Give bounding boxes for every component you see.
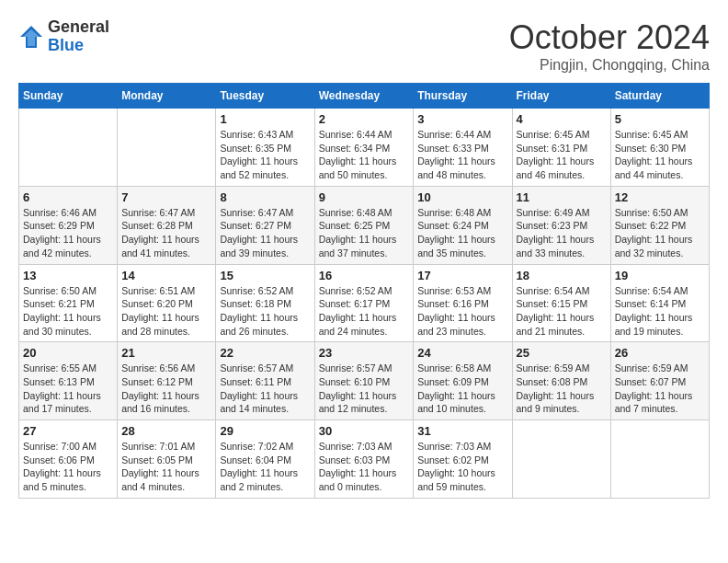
calendar-cell: 29Sunrise: 7:02 AM Sunset: 6:04 PM Dayli… bbox=[216, 420, 314, 499]
day-number: 13 bbox=[23, 269, 113, 282]
calendar-cell: 4Sunrise: 6:45 AM Sunset: 6:31 PM Daylig… bbox=[512, 109, 610, 187]
day-info: Sunrise: 7:01 AM Sunset: 6:05 PM Dayligh… bbox=[121, 440, 211, 494]
day-info: Sunrise: 6:47 AM Sunset: 6:28 PM Dayligh… bbox=[121, 206, 211, 260]
day-info: Sunrise: 6:57 AM Sunset: 6:11 PM Dayligh… bbox=[220, 362, 310, 416]
calendar-cell: 28Sunrise: 7:01 AM Sunset: 6:05 PM Dayli… bbox=[118, 420, 216, 499]
calendar-cell: 26Sunrise: 6:59 AM Sunset: 6:07 PM Dayli… bbox=[610, 342, 709, 420]
day-info: Sunrise: 6:55 AM Sunset: 6:13 PM Dayligh… bbox=[23, 362, 113, 416]
calendar-cell: 18Sunrise: 6:54 AM Sunset: 6:15 PM Dayli… bbox=[512, 264, 610, 342]
day-info: Sunrise: 6:48 AM Sunset: 6:24 PM Dayligh… bbox=[417, 206, 507, 260]
day-number: 4 bbox=[517, 112, 607, 126]
day-number: 22 bbox=[220, 346, 310, 360]
day-number: 27 bbox=[23, 424, 113, 438]
day-number: 7 bbox=[121, 190, 211, 204]
day-info: Sunrise: 7:03 AM Sunset: 6:03 PM Dayligh… bbox=[319, 440, 410, 494]
day-info: Sunrise: 6:54 AM Sunset: 6:15 PM Dayligh… bbox=[517, 284, 607, 339]
calendar-cell: 23Sunrise: 6:57 AM Sunset: 6:10 PM Dayli… bbox=[314, 342, 414, 420]
day-info: Sunrise: 7:02 AM Sunset: 6:04 PM Dayligh… bbox=[220, 440, 310, 494]
calendar-cell: 20Sunrise: 6:55 AM Sunset: 6:13 PM Dayli… bbox=[19, 342, 118, 420]
calendar-cell: 25Sunrise: 6:59 AM Sunset: 6:08 PM Dayli… bbox=[512, 342, 610, 420]
title-block: October 2024 Pingjin, Chongqing, China bbox=[509, 18, 710, 74]
calendar-cell: 17Sunrise: 6:53 AM Sunset: 6:16 PM Dayli… bbox=[414, 264, 512, 342]
weekday-header: Monday bbox=[118, 84, 216, 109]
logo-icon bbox=[18, 24, 44, 50]
day-number: 24 bbox=[417, 346, 507, 360]
day-number: 28 bbox=[121, 424, 211, 438]
day-info: Sunrise: 6:54 AM Sunset: 6:14 PM Dayligh… bbox=[615, 284, 705, 339]
day-number: 17 bbox=[417, 269, 507, 282]
calendar-cell: 11Sunrise: 6:49 AM Sunset: 6:23 PM Dayli… bbox=[512, 186, 610, 264]
day-info: Sunrise: 6:53 AM Sunset: 6:16 PM Dayligh… bbox=[417, 284, 507, 339]
day-info: Sunrise: 6:56 AM Sunset: 6:12 PM Dayligh… bbox=[121, 362, 211, 416]
day-number: 25 bbox=[517, 346, 607, 360]
calendar-cell: 2Sunrise: 6:44 AM Sunset: 6:34 PM Daylig… bbox=[314, 109, 414, 187]
calendar-cell: 6Sunrise: 6:46 AM Sunset: 6:29 PM Daylig… bbox=[19, 186, 118, 264]
page-header: General Blue October 2024 Pingjin, Chong… bbox=[18, 18, 710, 74]
logo-blue: Blue bbox=[48, 37, 109, 55]
day-number: 14 bbox=[121, 269, 211, 282]
day-info: Sunrise: 7:03 AM Sunset: 6:02 PM Dayligh… bbox=[417, 440, 507, 494]
day-number: 9 bbox=[319, 190, 410, 204]
month-title: October 2024 bbox=[509, 18, 710, 57]
weekday-header-row: SundayMondayTuesdayWednesdayThursdayFrid… bbox=[19, 84, 710, 109]
location: Pingjin, Chongqing, China bbox=[509, 57, 710, 74]
weekday-header: Thursday bbox=[414, 84, 512, 109]
day-info: Sunrise: 6:45 AM Sunset: 6:31 PM Dayligh… bbox=[517, 128, 607, 182]
calendar-cell: 13Sunrise: 6:50 AM Sunset: 6:21 PM Dayli… bbox=[19, 264, 118, 342]
calendar-cell: 30Sunrise: 7:03 AM Sunset: 6:03 PM Dayli… bbox=[314, 420, 414, 499]
day-info: Sunrise: 6:47 AM Sunset: 6:27 PM Dayligh… bbox=[220, 206, 310, 260]
day-info: Sunrise: 6:59 AM Sunset: 6:07 PM Dayligh… bbox=[615, 362, 705, 416]
calendar-cell: 1Sunrise: 6:43 AM Sunset: 6:35 PM Daylig… bbox=[216, 109, 314, 187]
calendar-cell: 31Sunrise: 7:03 AM Sunset: 6:02 PM Dayli… bbox=[414, 420, 512, 499]
calendar-cell: 19Sunrise: 6:54 AM Sunset: 6:14 PM Dayli… bbox=[610, 264, 709, 342]
calendar-cell bbox=[19, 109, 118, 187]
day-info: Sunrise: 6:50 AM Sunset: 6:22 PM Dayligh… bbox=[615, 206, 705, 260]
day-info: Sunrise: 6:48 AM Sunset: 6:25 PM Dayligh… bbox=[319, 206, 410, 260]
day-info: Sunrise: 6:49 AM Sunset: 6:23 PM Dayligh… bbox=[517, 206, 607, 260]
day-number: 16 bbox=[319, 269, 410, 282]
calendar-cell: 24Sunrise: 6:58 AM Sunset: 6:09 PM Dayli… bbox=[414, 342, 512, 420]
calendar-cell: 7Sunrise: 6:47 AM Sunset: 6:28 PM Daylig… bbox=[118, 186, 216, 264]
calendar-cell bbox=[118, 109, 216, 187]
logo-text: General Blue bbox=[48, 18, 109, 55]
calendar-cell: 22Sunrise: 6:57 AM Sunset: 6:11 PM Dayli… bbox=[216, 342, 314, 420]
weekday-header: Tuesday bbox=[216, 84, 314, 109]
day-number: 21 bbox=[121, 346, 211, 360]
weekday-header: Sunday bbox=[19, 84, 118, 109]
day-number: 8 bbox=[220, 190, 310, 204]
calendar-cell: 15Sunrise: 6:52 AM Sunset: 6:18 PM Dayli… bbox=[216, 264, 314, 342]
weekday-header: Friday bbox=[512, 84, 610, 109]
day-number: 5 bbox=[615, 112, 705, 126]
day-number: 18 bbox=[517, 269, 607, 282]
calendar-week-row: 27Sunrise: 7:00 AM Sunset: 6:06 PM Dayli… bbox=[19, 420, 710, 499]
day-number: 3 bbox=[417, 112, 507, 126]
day-number: 23 bbox=[319, 346, 410, 360]
day-number: 19 bbox=[615, 269, 705, 282]
day-number: 30 bbox=[319, 424, 410, 438]
day-number: 10 bbox=[417, 190, 507, 204]
day-info: Sunrise: 6:52 AM Sunset: 6:17 PM Dayligh… bbox=[319, 284, 410, 339]
day-info: Sunrise: 6:43 AM Sunset: 6:35 PM Dayligh… bbox=[220, 128, 310, 182]
calendar-cell: 27Sunrise: 7:00 AM Sunset: 6:06 PM Dayli… bbox=[19, 420, 118, 499]
day-info: Sunrise: 6:45 AM Sunset: 6:30 PM Dayligh… bbox=[615, 128, 705, 182]
day-info: Sunrise: 6:59 AM Sunset: 6:08 PM Dayligh… bbox=[517, 362, 607, 416]
calendar-week-row: 6Sunrise: 6:46 AM Sunset: 6:29 PM Daylig… bbox=[19, 186, 710, 264]
day-info: Sunrise: 7:00 AM Sunset: 6:06 PM Dayligh… bbox=[23, 440, 113, 494]
day-number: 11 bbox=[517, 190, 607, 204]
calendar-cell: 12Sunrise: 6:50 AM Sunset: 6:22 PM Dayli… bbox=[610, 186, 709, 264]
day-number: 2 bbox=[319, 112, 410, 126]
day-number: 15 bbox=[220, 269, 310, 282]
calendar-week-row: 1Sunrise: 6:43 AM Sunset: 6:35 PM Daylig… bbox=[19, 109, 710, 187]
day-number: 20 bbox=[23, 346, 113, 360]
calendar-week-row: 20Sunrise: 6:55 AM Sunset: 6:13 PM Dayli… bbox=[19, 342, 710, 420]
day-info: Sunrise: 6:50 AM Sunset: 6:21 PM Dayligh… bbox=[23, 284, 113, 339]
calendar-cell: 21Sunrise: 6:56 AM Sunset: 6:12 PM Dayli… bbox=[118, 342, 216, 420]
weekday-header: Saturday bbox=[610, 84, 709, 109]
calendar-cell bbox=[512, 420, 610, 499]
day-number: 26 bbox=[615, 346, 705, 360]
day-info: Sunrise: 6:57 AM Sunset: 6:10 PM Dayligh… bbox=[319, 362, 410, 416]
calendar-table: SundayMondayTuesdayWednesdayThursdayFrid… bbox=[18, 83, 710, 499]
calendar-cell: 8Sunrise: 6:47 AM Sunset: 6:27 PM Daylig… bbox=[216, 186, 314, 264]
day-number: 12 bbox=[615, 190, 705, 204]
calendar-cell: 5Sunrise: 6:45 AM Sunset: 6:30 PM Daylig… bbox=[610, 109, 709, 187]
